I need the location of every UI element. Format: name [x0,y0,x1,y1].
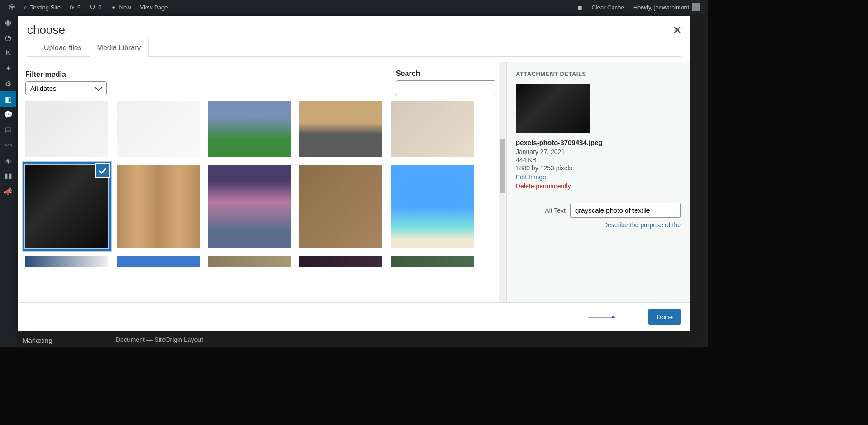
refresh-icon: ⟳ [70,4,75,11]
media-thumb[interactable] [299,101,382,157]
admin-sidebar: ◉ ◔ K ✦ ⚙ ◧ 💬 ▤ woo ◈ ▮▮ 📣 [0,14,16,347]
user-greeting[interactable]: Howdy, joewarnimont [629,3,704,11]
sidebar-item-package[interactable]: ◈ [0,153,16,168]
close-icon[interactable]: ✕ [673,24,682,37]
attachment-date: January 27, 2021 [516,148,681,155]
alt-text-input[interactable] [570,203,681,218]
media-thumb[interactable] [391,165,474,248]
sidebar-item-analytics[interactable]: ▮▮ [0,168,16,183]
home-icon: ⌂ [24,4,28,11]
sidebar-item-posts[interactable]: ◔ [0,30,16,45]
scrollbar[interactable] [499,62,506,302]
updates-link[interactable]: ⟳ 9 [65,4,85,11]
media-modal: choose ✕ Upload files Media Library Filt… [18,16,690,331]
site-name-link[interactable]: ⌂ Testing Site [19,4,65,11]
svg-marker-1 [612,316,615,318]
notification-icon[interactable]: ◼ [573,4,587,11]
sidebar-item-comments[interactable]: 💬 [0,107,16,122]
search-input[interactable] [396,80,495,95]
edit-image-link[interactable]: Edit Image [516,173,681,181]
media-thumb[interactable] [208,165,291,248]
sidebar-item-layout[interactable]: ▤ [0,122,16,137]
sidebar-item-k[interactable]: K [0,45,16,61]
done-button[interactable]: Done [648,309,681,325]
arrow-annotation [556,316,646,318]
plus-icon: ＋ [111,3,117,11]
avatar [692,3,700,11]
attachment-dimensions: 1880 by 1253 pixels [516,164,681,172]
attachment-filename: pexels-photo-3709434.jpeg [516,139,681,146]
view-page-link[interactable]: View Page [136,4,173,11]
search-label: Search [396,70,495,78]
clear-cache-link[interactable]: Clear Cache [587,4,628,11]
delete-permanently-link[interactable]: Delete permanently [516,182,681,190]
media-thumb[interactable] [117,165,200,248]
describe-purpose-link[interactable]: Describe the purpose of the [516,221,681,229]
media-thumb[interactable] [299,256,382,267]
media-thumb-selected[interactable] [25,165,108,248]
filter-media-label: Filter media [25,70,107,79]
admin-bar: ⓦ ⌂ Testing Site ⟳ 9 🗨 0 ＋ New View Page… [0,0,708,14]
check-icon[interactable] [95,163,110,178]
media-thumb[interactable] [299,165,382,248]
date-filter-select[interactable]: All dates [25,81,107,95]
media-thumb[interactable] [25,101,108,157]
sidebar-item-media[interactable]: ◧ [0,91,16,107]
media-thumb[interactable] [117,101,200,157]
breadcrumb: Document — SiteOrigin Layout [116,336,203,343]
tab-media-library[interactable]: Media Library [90,39,149,57]
attachment-filesize: 444 KB [516,156,681,163]
sidebar-item-settings[interactable]: ⚙ [0,76,16,91]
attachment-details-heading: ATTACHMENT DETAILS [516,70,681,77]
alt-text-label: Alt Text [516,207,566,214]
attachment-preview [516,84,590,133]
media-thumb[interactable] [391,101,474,157]
sidebar-item-woo[interactable]: woo [0,137,16,153]
comments-link[interactable]: 🗨 0 [85,4,106,11]
sidebar-item-dashboard[interactable]: ◉ [0,14,16,30]
media-thumb[interactable] [208,256,291,267]
media-thumb[interactable] [117,256,200,267]
modal-title: choose [27,23,681,37]
tab-upload-files[interactable]: Upload files [36,39,90,57]
media-thumb[interactable] [391,256,474,267]
comment-icon: 🗨 [90,4,95,11]
sidebar-item-pin[interactable]: ✦ [0,61,16,76]
new-content-link[interactable]: ＋ New [106,3,136,11]
sidebar-text-marketing: Marketing [23,336,52,344]
sidebar-item-marketing[interactable]: 📣 [0,183,16,199]
media-thumb[interactable] [25,256,108,267]
attachment-details-panel: ATTACHMENT DETAILS pexels-photo-3709434.… [506,62,690,302]
wp-logo[interactable]: ⓦ [5,3,19,11]
media-thumb[interactable] [208,101,291,157]
